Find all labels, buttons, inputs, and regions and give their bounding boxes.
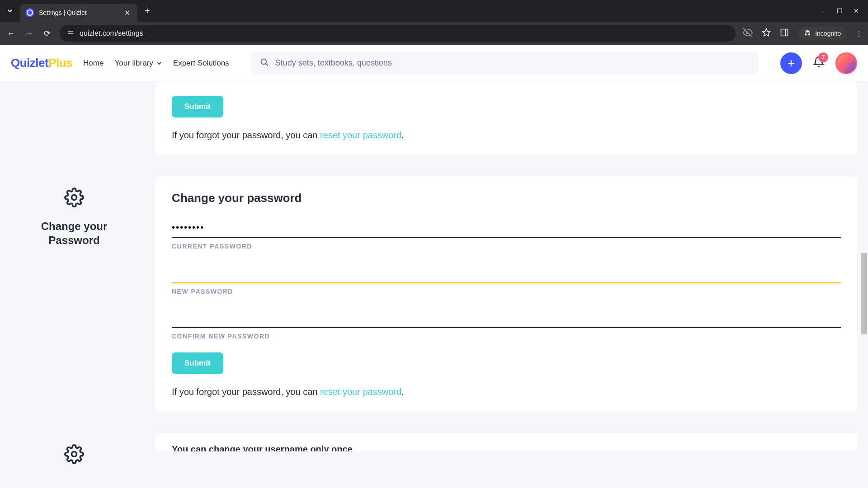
reload-button[interactable]: ⟳ (42, 28, 52, 38)
new-tab-button[interactable]: + (137, 6, 157, 16)
svg-marker-5 (763, 29, 770, 36)
confirm-password-label: CONFIRM NEW PASSWORD (172, 333, 841, 340)
confirm-password-input[interactable] (172, 308, 841, 328)
username-heading: You can change your username only once (172, 444, 841, 451)
forgot-password-text: If you forgot your password, you can res… (172, 387, 841, 397)
nav-your-library[interactable]: Your library (114, 59, 162, 68)
username-section-card: You can change your username only once (156, 433, 857, 451)
page-content: QuizletPlus Home Your library Expert Sol… (0, 45, 868, 488)
card-heading: Change your password (172, 191, 841, 205)
favicon-icon (25, 8, 34, 17)
forgot-password-text: If you forgot your password, you can res… (172, 130, 841, 141)
gear-icon (64, 188, 84, 212)
current-password-label: CURRENT PASSWORD (172, 243, 841, 250)
site-info-icon[interactable] (67, 29, 74, 38)
scrollbar-track[interactable] (861, 81, 867, 488)
username-section-sidebar (11, 433, 137, 469)
previous-section-card: Submit If you forgot your password, you … (156, 81, 857, 155)
nav-home[interactable]: Home (83, 59, 104, 68)
minimize-button[interactable]: ─ (821, 7, 826, 14)
notification-badge: 7 (818, 52, 828, 62)
new-password-label: NEW PASSWORD (172, 288, 841, 295)
chevron-down-icon (156, 60, 162, 66)
incognito-label: Incognito (815, 30, 841, 37)
change-password-card: Change your password CURRENT PASSWORD NE… (156, 177, 857, 412)
bookmark-star-icon[interactable] (762, 28, 771, 39)
site-header: QuizletPlus Home Your library Expert Sol… (0, 45, 868, 81)
scrollbar-thumb[interactable] (861, 253, 867, 334)
search-icon (260, 58, 269, 69)
notifications-button[interactable]: 7 (813, 56, 825, 70)
browser-titlebar: Settings | Quizlet ✕ + ─ ☐ ✕ (0, 0, 868, 22)
tab-title: Settings | Quizlet (39, 9, 123, 16)
svg-point-3 (71, 33, 73, 34)
close-window-button[interactable]: ✕ (854, 7, 859, 14)
browser-tab[interactable]: Settings | Quizlet ✕ (20, 4, 137, 22)
back-button[interactable]: ← (5, 29, 16, 38)
svg-point-11 (72, 452, 77, 457)
tab-search-dropdown[interactable] (4, 5, 16, 17)
user-avatar[interactable] (835, 52, 857, 74)
section-sidebar-label: Change your Password (11, 177, 137, 412)
url-text: quizlet.com/settings (80, 29, 143, 38)
window-controls: ─ ☐ ✕ (821, 7, 864, 14)
reset-password-link[interactable]: reset your password (320, 130, 401, 140)
gear-icon (64, 444, 84, 469)
url-bar[interactable]: quizlet.com/settings (60, 25, 736, 42)
create-button[interactable]: + (780, 52, 802, 74)
eye-off-icon[interactable] (743, 28, 753, 39)
svg-line-9 (265, 63, 268, 66)
svg-point-8 (261, 59, 266, 64)
incognito-badge[interactable]: Incognito (798, 27, 846, 40)
search-bar[interactable]: Study sets, textbooks, questions (251, 52, 759, 75)
browser-addressbar: ← → ⟳ quizlet.com/settings Incognito ⋮ (0, 22, 868, 45)
svg-rect-6 (781, 29, 788, 36)
search-placeholder: Study sets, textbooks, questions (275, 58, 392, 68)
svg-point-10 (72, 195, 77, 200)
nav-expert-solutions[interactable]: Expert Solutions (173, 59, 229, 68)
submit-button[interactable]: Submit (172, 352, 223, 374)
tab-close-button[interactable]: ✕ (123, 9, 132, 17)
quizlet-logo[interactable]: QuizletPlus (11, 56, 72, 70)
svg-point-2 (68, 31, 70, 33)
new-password-input[interactable] (172, 263, 841, 283)
maximize-button[interactable]: ☐ (837, 7, 843, 14)
browser-menu-icon[interactable]: ⋮ (855, 29, 863, 38)
side-panel-icon[interactable] (780, 28, 789, 39)
forward-button[interactable]: → (24, 29, 34, 38)
reset-password-link[interactable]: reset your password (320, 387, 401, 397)
current-password-input[interactable] (172, 218, 841, 238)
submit-button[interactable]: Submit (172, 96, 223, 117)
